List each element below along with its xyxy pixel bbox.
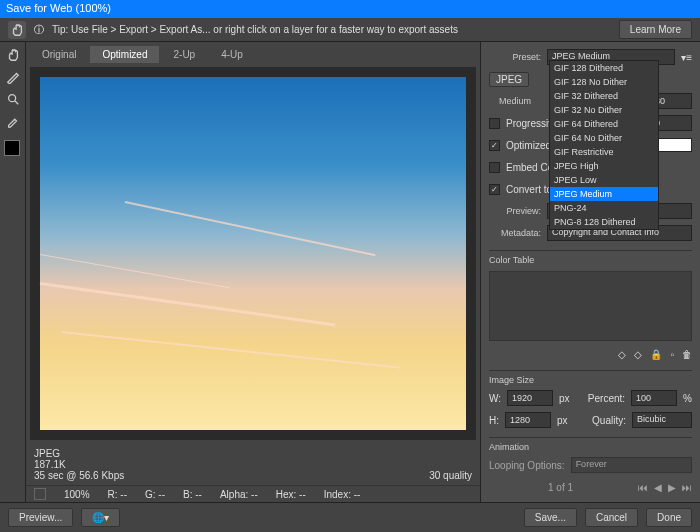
preset-option[interactable]: JPEG Low	[550, 173, 658, 187]
preset-option[interactable]: GIF 32 No Dither	[550, 103, 658, 117]
format-button[interactable]: JPEG	[489, 72, 529, 87]
color-swatch[interactable]	[4, 140, 20, 156]
preview-canvas[interactable]	[30, 67, 476, 440]
color-table[interactable]	[489, 271, 692, 341]
hand-tool-icon[interactable]	[4, 46, 22, 64]
preview-label: Preview:	[489, 206, 541, 216]
w-label: W:	[489, 393, 501, 404]
svg-point-0	[9, 95, 16, 102]
info-quality: 30 quality	[429, 470, 472, 481]
tab-original[interactable]: Original	[30, 46, 88, 63]
resize-quality-label: Quality:	[592, 415, 626, 426]
preset-option[interactable]: JPEG Medium	[550, 187, 658, 201]
preset-option[interactable]: GIF 64 Dithered	[550, 117, 658, 131]
expand-icon[interactable]	[34, 488, 46, 500]
preset-option[interactable]: PNG-8 128 Dithered	[550, 215, 658, 229]
image-size-title: Image Size	[489, 370, 692, 385]
info-size: 187.1K	[34, 459, 124, 470]
tip-bar: ⓘ Tip: Use File > Export > Export As... …	[0, 18, 700, 42]
ct-icon[interactable]: 🔒	[650, 349, 662, 360]
optimized-checkbox[interactable]: ✓	[489, 140, 500, 151]
tab-2up[interactable]: 2-Up	[161, 46, 207, 63]
done-button[interactable]: Done	[646, 508, 692, 527]
width-input[interactable]	[507, 390, 553, 406]
last-frame-icon: ⏭	[682, 482, 692, 493]
ct-trash-icon[interactable]: 🗑	[682, 349, 692, 360]
first-frame-icon: ⏮	[638, 482, 648, 493]
cancel-button[interactable]: Cancel	[585, 508, 638, 527]
learn-more-button[interactable]: Learn More	[619, 20, 692, 39]
preset-option[interactable]: JPEG High	[550, 159, 658, 173]
percent-label: Percent:	[588, 393, 625, 404]
preset-option[interactable]: GIF Restrictive	[550, 145, 658, 159]
preset-option[interactable]: GIF 64 No Dither	[550, 131, 658, 145]
slice-tool-icon[interactable]	[4, 68, 22, 86]
preset-option[interactable]: GIF 128 Dithered	[550, 61, 658, 75]
zoom-select[interactable]: 100%	[64, 489, 90, 500]
preset-option[interactable]: GIF 32 Dithered	[550, 89, 658, 103]
preset-dropdown[interactable]: GIF 128 DitheredGIF 128 No DitherGIF 32 …	[549, 60, 659, 230]
window-title: Save for Web (100%)	[0, 0, 700, 18]
ct-icon[interactable]: ◇	[634, 349, 642, 360]
metadata-label: Metadata:	[489, 228, 541, 238]
loop-select: Forever	[571, 457, 692, 473]
resize-quality-select[interactable]: Bicubic	[632, 412, 692, 428]
tab-optimized[interactable]: Optimized	[90, 46, 159, 63]
preset-option[interactable]: GIF 128 No Dither	[550, 75, 658, 89]
info-time: 35 sec @ 56.6 Kbps	[34, 470, 124, 481]
preset-option[interactable]: PNG-24	[550, 201, 658, 215]
loop-label: Looping Options:	[489, 460, 565, 471]
preview-button[interactable]: Preview...	[8, 508, 73, 527]
settings-panel: Preset: JPEG Medium ▾≡ GIF 128 DitheredG…	[480, 42, 700, 502]
embed-checkbox[interactable]	[489, 162, 500, 173]
frame-indicator: 1 of 1	[489, 482, 632, 493]
prev-frame-icon: ◀	[654, 482, 662, 493]
eyedropper-tool-icon[interactable]	[4, 112, 22, 130]
save-button[interactable]: Save...	[524, 508, 577, 527]
status-bar: 100% R: -- G: -- B: -- Alpha: -- Hex: --…	[26, 485, 480, 502]
h-label: H:	[489, 415, 499, 426]
quality-preset-select: Medium	[489, 96, 531, 106]
convert-checkbox[interactable]: ✓	[489, 184, 500, 195]
preset-menu-icon[interactable]: ▾≡	[681, 52, 692, 63]
preset-label: Preset:	[489, 52, 541, 62]
animation-title: Animation	[489, 437, 692, 452]
tab-4up[interactable]: 4-Up	[209, 46, 255, 63]
browser-preview-button[interactable]: 🌐▾	[81, 508, 120, 527]
ct-icon[interactable]: ▫	[670, 349, 674, 360]
height-input[interactable]	[505, 412, 551, 428]
progressive-checkbox[interactable]	[489, 118, 500, 129]
next-frame-icon: ▶	[668, 482, 676, 493]
ct-icon[interactable]: ◇	[618, 349, 626, 360]
percent-input[interactable]	[631, 390, 677, 406]
hand-icon[interactable]	[8, 21, 26, 39]
tool-column	[0, 42, 26, 502]
matte-swatch[interactable]	[658, 138, 692, 152]
info-format: JPEG	[34, 448, 124, 459]
color-table-title: Color Table	[489, 250, 692, 265]
tip-text: Tip: Use File > Export > Export As... or…	[52, 24, 611, 35]
zoom-tool-icon[interactable]	[4, 90, 22, 108]
